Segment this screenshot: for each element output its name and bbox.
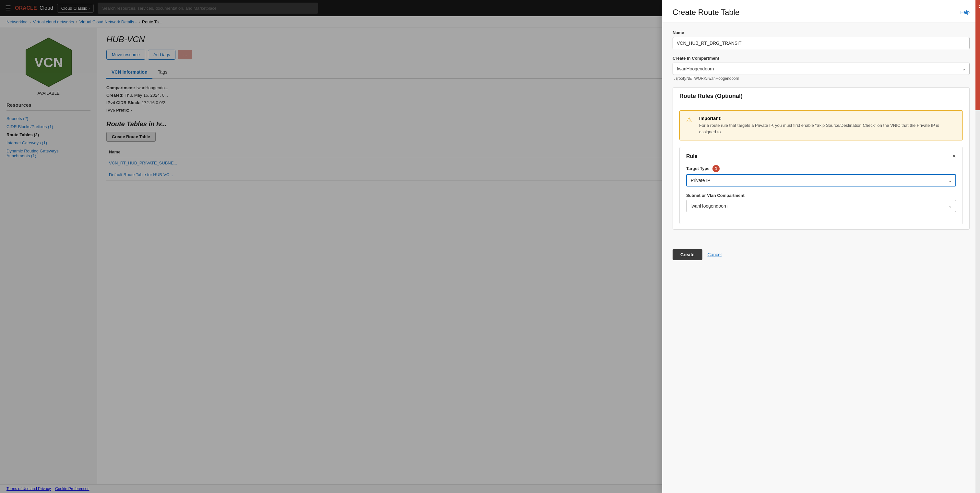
important-box: ⚠ Important: For a route rule that targe… [679,110,963,140]
modal-overlay: 2 Create Route Table Help Name Create In… [0,0,980,493]
create-button[interactable]: Create [673,249,702,260]
modal-scrollbar[interactable]: 2 [975,0,980,493]
form-group-compartment: Create In Compartment IwanHoogendoorn . … [673,56,970,81]
modal-title: Create Route Table [673,8,740,17]
target-type-select-wrapper: Private IP [686,174,956,186]
form-group-subnet-compartment: Subnet or Vlan Compartment IwanHoogendoo… [686,193,956,212]
subnet-compartment-select-wrapper: IwanHoogendoorn [686,200,956,212]
cancel-button[interactable]: Cancel [708,252,722,257]
target-type-badge: 1 [713,165,720,172]
compartment-label: Create In Compartment [673,56,970,60]
rule-title: Rule [686,153,698,159]
modal-help-link[interactable]: Help [960,10,970,15]
route-rules-section: Route Rules (Optional) ⚠ Important: For … [673,87,970,230]
compartment-select-wrapper: IwanHoogendoorn [673,63,970,75]
modal-footer: Create Cancel [662,244,980,270]
modal-body: Name Create In Compartment IwanHoogendoo… [662,22,980,244]
modal-panel: 2 Create Route Table Help Name Create In… [662,0,980,493]
target-type-label: Target Type 1 [686,165,956,172]
important-text: For a route rule that targets a Private … [699,122,956,135]
subnet-compartment-label: Subnet or Vlan Compartment [686,193,956,198]
compartment-select[interactable]: IwanHoogendoorn [673,63,970,75]
route-rules-body: ⚠ Important: For a route rule that targe… [673,105,969,229]
modal-header: Create Route Table Help [662,0,980,22]
form-group-name: Name [673,30,970,49]
name-label: Name [673,30,970,35]
rule-box: Rule × Target Type 1 Private IP [679,147,963,224]
name-input[interactable] [673,37,970,49]
compartment-path: . (root)/NETWORK/IwanHoogendoorn [673,75,970,81]
form-group-target-type: Target Type 1 Private IP [686,165,956,186]
subnet-compartment-select[interactable]: IwanHoogendoorn [686,200,956,212]
route-rules-header: Route Rules (Optional) [673,87,969,105]
important-icon: ⚠ [686,116,694,135]
rule-header: Rule × [686,153,956,160]
target-type-select[interactable]: Private IP [686,174,956,186]
important-title: Important: [699,116,956,121]
rule-close-button[interactable]: × [952,153,956,160]
